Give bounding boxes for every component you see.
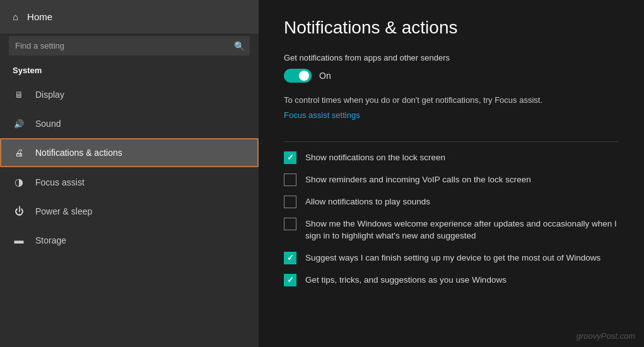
divider — [284, 141, 619, 142]
checkbox-row-lock-screen: Show notifications on the lock screen — [284, 151, 619, 164]
sidebar-item-label: Sound — [35, 119, 61, 129]
checkbox-label-lock-screen: Show notifications on the lock screen — [305, 151, 445, 164]
focus-assist-description: To control times when you do or don't ge… — [284, 94, 619, 107]
checkbox-sounds[interactable] — [284, 196, 296, 208]
sidebar-item-label: Notifications & actions — [35, 148, 122, 158]
checkbox-label-setup: Suggest ways I can finish setting up my … — [305, 251, 600, 264]
sidebar-item-notifications[interactable]: Notifications & actions — [0, 138, 259, 167]
checkbox-setup[interactable] — [284, 252, 296, 264]
checkbox-label-tips: Get tips, tricks, and suggestions as you… — [305, 273, 506, 286]
checkbox-row-welcome: Show me the Windows welcome experience a… — [284, 217, 619, 242]
checkbox-row-reminders: Show reminders and incoming VoIP calls o… — [284, 173, 619, 186]
sidebar: Home 🔍 System Display Sound Notification… — [0, 0, 259, 347]
checkbox-label-sounds: Allow notifications to play sounds — [305, 195, 430, 208]
sidebar-item-focus[interactable]: Focus assist — [0, 167, 259, 197]
sidebar-item-label: Display — [35, 90, 64, 100]
display-icon — [13, 89, 25, 100]
sidebar-section-label: System — [0, 62, 259, 80]
checkbox-row-sounds: Allow notifications to play sounds — [284, 195, 619, 208]
sidebar-item-label: Focus assist — [35, 177, 85, 187]
home-icon — [13, 11, 18, 22]
checkbox-row-setup: Suggest ways I can finish setting up my … — [284, 251, 619, 264]
main-content: Notifications & actions Get notification… — [259, 0, 644, 347]
sidebar-item-sound[interactable]: Sound — [0, 109, 259, 138]
checkbox-lock-screen[interactable] — [284, 151, 296, 164]
search-icon: 🔍 — [234, 41, 245, 51]
sidebar-home-label: Home — [27, 11, 52, 22]
focus-icon — [13, 176, 25, 188]
notifications-toggle[interactable] — [284, 69, 312, 83]
notifications-section-label: Get notifications from apps and other se… — [284, 53, 619, 62]
checkbox-label-welcome: Show me the Windows welcome experience a… — [305, 217, 619, 242]
sidebar-search-container: 🔍 — [9, 36, 250, 56]
sound-icon — [13, 118, 25, 129]
sidebar-home[interactable]: Home — [0, 0, 259, 33]
watermark: groovyPost.com — [577, 331, 635, 341]
power-icon — [13, 206, 25, 217]
toggle-label: On — [319, 71, 331, 81]
checkbox-row-tips: Get tips, tricks, and suggestions as you… — [284, 273, 619, 286]
search-input[interactable] — [9, 36, 250, 56]
checkbox-welcome[interactable] — [284, 218, 296, 230]
notifications-icon — [13, 147, 25, 158]
sidebar-item-label: Storage — [35, 235, 66, 245]
sidebar-item-storage[interactable]: Storage — [0, 226, 259, 255]
notifications-toggle-row: On — [284, 69, 619, 83]
sidebar-item-label: Power & sleep — [35, 206, 92, 216]
focus-assist-settings-link[interactable]: Focus assist settings — [284, 110, 360, 120]
sidebar-item-power[interactable]: Power & sleep — [0, 197, 259, 226]
checkbox-tips[interactable] — [284, 274, 296, 286]
checkbox-label-reminders: Show reminders and incoming VoIP calls o… — [305, 173, 531, 186]
page-title: Notifications & actions — [284, 18, 619, 38]
storage-icon — [13, 235, 25, 246]
sidebar-item-display[interactable]: Display — [0, 80, 259, 109]
checkbox-reminders[interactable] — [284, 174, 296, 186]
